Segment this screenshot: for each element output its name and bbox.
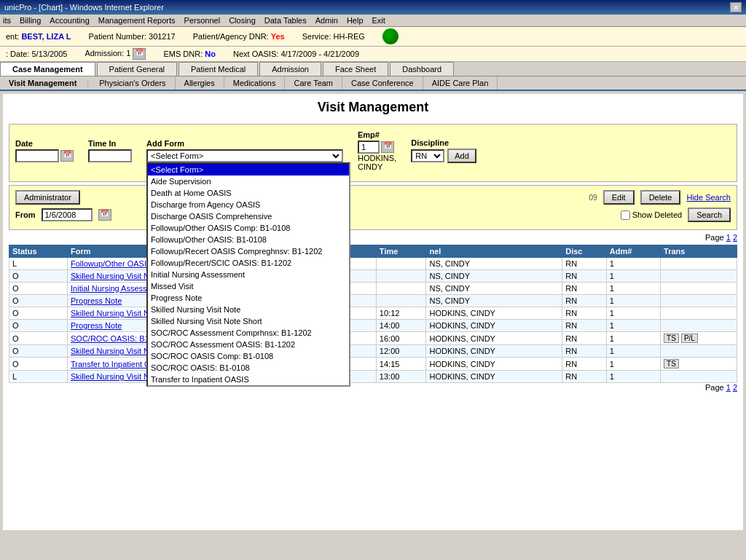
form-option-0[interactable]: <Select Form> bbox=[148, 164, 349, 176]
edit-result: 09 bbox=[585, 194, 597, 202]
cell-emp: NS, CINDY bbox=[426, 270, 562, 283]
cell-disc: RN bbox=[562, 258, 607, 270]
cell-trans bbox=[661, 295, 737, 307]
tab-care-team[interactable]: Care Team bbox=[285, 76, 342, 90]
form-option-3[interactable]: Discharge from Agency OASIS bbox=[148, 199, 349, 210]
tab-medications[interactable]: Medications bbox=[224, 76, 286, 90]
form-option-11[interactable]: Progress Note bbox=[148, 292, 349, 304]
ts-badge[interactable]: TS bbox=[664, 359, 679, 368]
cell-emp: HODKINS, CINDY bbox=[426, 358, 562, 371]
emp-label: Emp# bbox=[358, 130, 396, 139]
from-date-calendar-icon[interactable]: 📅 bbox=[98, 209, 111, 221]
page-1-link[interactable]: 1 bbox=[726, 233, 731, 242]
menu-reports[interactable]: Management Reports bbox=[98, 16, 176, 25]
cell-disc: RN bbox=[562, 295, 607, 307]
cell-adm: 1 bbox=[606, 371, 660, 383]
hide-search-link[interactable]: Hide Search bbox=[686, 193, 731, 202]
cell-adm: 1 bbox=[606, 258, 660, 270]
add-form-dropdown-container[interactable]: <Select Form>Aide SupervisionDeath at Ho… bbox=[146, 149, 343, 162]
table-row: O Skilled Nursing Visit Note 03/12/2008 … bbox=[9, 345, 737, 358]
form-option-15[interactable]: SOC/ROC Assessment OASIS: B1-1202 bbox=[148, 339, 349, 350]
cell-status: O bbox=[9, 320, 68, 332]
administrator-button[interactable]: Administrator bbox=[15, 190, 80, 205]
cell-trans bbox=[661, 258, 737, 270]
emp-calendar-icon[interactable]: 📅 bbox=[381, 141, 394, 153]
form-option-1[interactable]: Aide Supervision bbox=[148, 176, 349, 187]
cell-adm: 1 bbox=[606, 332, 660, 345]
from-date-input[interactable] bbox=[42, 208, 93, 221]
pl-badge[interactable]: P/L bbox=[681, 334, 698, 343]
menu-admin[interactable]: Admin bbox=[315, 16, 338, 25]
cell-emp: NS, CINDY bbox=[426, 295, 562, 307]
form-option-18[interactable]: Transfer to Inpatient OASIS bbox=[148, 374, 349, 385]
cell-disc: RN bbox=[562, 358, 607, 371]
form-option-14[interactable]: SOC/ROC Assessment Comprhnsx: B1-1202 bbox=[148, 327, 349, 339]
tab-aide-care-plan[interactable]: AIDE Care Plan bbox=[423, 76, 498, 90]
form-option-6[interactable]: Followup/Other OASIS: B1-0108 bbox=[148, 234, 349, 245]
tab-admission[interactable]: Admission bbox=[259, 62, 321, 76]
col-disc: Disc bbox=[562, 245, 607, 258]
form-option-13[interactable]: Skilled Nursing Visit Note Short bbox=[148, 315, 349, 327]
tab-case-conference[interactable]: Case Conference bbox=[342, 76, 423, 90]
form-option-7[interactable]: Followup/Recert OASIS Compreghnsv: B1-12… bbox=[148, 245, 349, 257]
form-option-9[interactable]: Initial Nursing Assessment bbox=[148, 269, 349, 280]
search-section: Administrator 09 Edit Delete Hide Search… bbox=[9, 185, 737, 230]
admission-calendar-icon[interactable]: 📅 bbox=[133, 48, 146, 60]
search-button[interactable]: Search bbox=[688, 208, 731, 222]
cell-emp: HODKINS, CINDY bbox=[426, 332, 562, 345]
col-adm: Adm# bbox=[606, 245, 660, 258]
page-2-link[interactable]: 2 bbox=[733, 233, 737, 242]
tab-case-management[interactable]: Case Management bbox=[0, 62, 95, 76]
form-option-5[interactable]: Followup/Other OASIS Comp: B1-0108 bbox=[148, 222, 349, 234]
tab-allergies[interactable]: Allergies bbox=[176, 76, 224, 90]
menu-accounting[interactable]: Accounting bbox=[50, 16, 89, 25]
add-button[interactable]: Add bbox=[447, 149, 476, 163]
form-option-4[interactable]: Discharge OASIS Comprehensive bbox=[148, 210, 349, 222]
tab-dashboard[interactable]: Dashboard bbox=[390, 62, 454, 76]
page-1-link-bottom[interactable]: 1 bbox=[726, 383, 731, 392]
menu-closing[interactable]: Closing bbox=[229, 16, 256, 25]
menu-help[interactable]: Help bbox=[347, 16, 364, 25]
cell-time: 12:00 bbox=[376, 345, 426, 358]
date-col-label: Date bbox=[15, 139, 74, 148]
ts-badge[interactable]: TS bbox=[664, 334, 679, 343]
tab-patient-medical[interactable]: Patient Medical bbox=[178, 62, 258, 76]
tab-physicians-orders[interactable]: Physician's Orders bbox=[90, 76, 175, 90]
form-option-16[interactable]: SOC/ROC OASIS Comp: B1-0108 bbox=[148, 350, 349, 362]
cell-time bbox=[376, 258, 426, 270]
date-calendar-icon[interactable]: 📅 bbox=[60, 150, 74, 162]
form-option-12[interactable]: Skilled Nursing Visit Note bbox=[148, 304, 349, 315]
form-option-17[interactable]: SOC/ROC OASIS: B1-0108 bbox=[148, 362, 349, 374]
table-row: O SOC/ROC OASIS: B1-0108-01 03/28/2008 1… bbox=[9, 332, 737, 345]
form-option-8[interactable]: Followup/Recert/SCIC OASIS: B1-1202 bbox=[148, 257, 349, 269]
table-row: O Skilled Nursing Visit N... NS, CINDY R… bbox=[9, 270, 737, 283]
add-form-select[interactable]: <Select Form>Aide SupervisionDeath at Ho… bbox=[146, 149, 343, 162]
menu-personnel[interactable]: Personnel bbox=[184, 16, 221, 25]
time-in-input[interactable] bbox=[88, 149, 132, 162]
menu-datatables[interactable]: Data Tables bbox=[264, 16, 307, 25]
show-deleted-label: Show Deleted bbox=[632, 210, 683, 219]
form-options-list[interactable]: <Select Form> Aide Supervision Death at … bbox=[146, 162, 350, 387]
discipline-select[interactable]: RN LPN PT OT bbox=[411, 149, 444, 162]
tab-patient-general[interactable]: Patient General bbox=[97, 62, 177, 76]
cell-disc: RN bbox=[562, 345, 607, 358]
menu-billing[interactable]: Billing bbox=[20, 16, 41, 25]
date-input[interactable] bbox=[15, 149, 59, 162]
menu-its[interactable]: its bbox=[3, 16, 11, 25]
emp-input[interactable] bbox=[358, 141, 380, 154]
tab-face-sheet[interactable]: Face Sheet bbox=[323, 62, 388, 76]
delete-button[interactable]: Delete bbox=[640, 190, 681, 205]
cell-time: 13:00 bbox=[376, 371, 426, 383]
cell-emp: HODKINS, CINDY bbox=[426, 307, 562, 320]
form-option-10[interactable]: Missed Visit bbox=[148, 280, 349, 292]
close-button[interactable]: ✕ bbox=[730, 2, 742, 12]
cell-time bbox=[376, 283, 426, 295]
cell-trans: TS bbox=[661, 358, 737, 371]
date-label: : Date: bbox=[6, 50, 29, 58]
cell-trans bbox=[661, 270, 737, 283]
show-deleted-checkbox[interactable] bbox=[621, 210, 630, 220]
edit-button[interactable]: Edit bbox=[603, 190, 635, 205]
menu-exit[interactable]: Exit bbox=[372, 16, 385, 25]
form-option-2[interactable]: Death at Home OASIS bbox=[148, 187, 349, 199]
page-2-link-bottom[interactable]: 2 bbox=[733, 383, 737, 392]
